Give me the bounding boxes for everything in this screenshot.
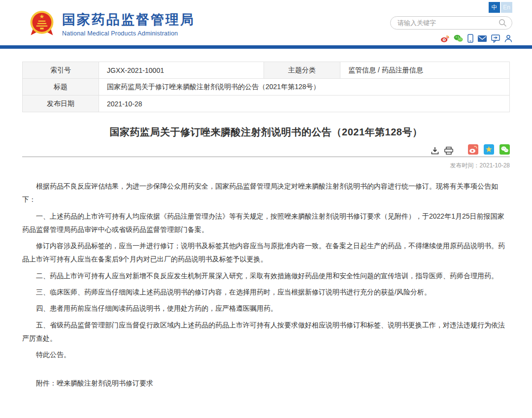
share-wechat-icon[interactable]	[499, 144, 510, 155]
header-branding: 国家药品监督管理局 National Medical Products Admi…	[29, 0, 195, 45]
wechat-icon[interactable]	[454, 34, 463, 42]
meta-label-index: 索引号	[23, 62, 99, 79]
article-toolbar	[22, 145, 510, 156]
article-paragraph: 四、患者用药前应当仔细阅读药品说明书，使用处方药的，应严格遵医嘱用药。	[22, 302, 510, 315]
share-weibo-icon[interactable]	[468, 144, 478, 155]
article-paragraph: 根据药品不良反应评估结果，为进一步保障公众用药安全，国家药品监督管理局决定对唑来…	[22, 180, 510, 207]
mobile-icon[interactable]	[467, 34, 473, 43]
feedback-icon[interactable]	[491, 34, 500, 43]
print-icon[interactable]	[444, 147, 453, 155]
article-title: 国家药监局关于修订唑来膦酸注射剂说明书的公告（2021年第128号）	[22, 126, 510, 139]
org-name-en: National Medical Products Administration	[62, 30, 195, 37]
main-content: 索引号 JGXX-2021-10001 主题分类 监管信息 / 药品注册信息 标…	[0, 62, 532, 418]
header-divider-bar	[0, 45, 532, 49]
article-paragraph: 特此公告。	[22, 348, 510, 361]
lang-zh-button[interactable]: 中	[489, 2, 500, 13]
meta-value-title: 国家药监局关于修订唑来膦酸注射剂说明书的公告（2021年第128号）	[99, 79, 510, 96]
document-meta-table: 索引号 JGXX-2021-10001 主题分类 监管信息 / 药品注册信息 标…	[22, 62, 510, 112]
language-toggle: 中 En	[489, 2, 512, 13]
meta-label-topic: 主题分类	[264, 62, 340, 79]
search-box	[390, 16, 512, 30]
national-emblem-logo	[29, 9, 55, 38]
article-paragraph: 修订内容涉及药品标签的，应当一并进行修订；说明书及标签其他内容应当与原批准内容一…	[22, 239, 510, 266]
page: 国家药品监督管理局 National Medical Products Admi…	[0, 0, 532, 418]
article-paragraph: 三、临床医师、药师应当仔细阅读上述药品说明书的修订内容，在选择用药时，应当根据新…	[22, 286, 510, 299]
attachment-line: 附件：唑来膦酸注射剂说明书修订要求	[22, 377, 510, 390]
user-icon[interactable]	[504, 34, 512, 42]
share-qzone-icon[interactable]	[484, 144, 494, 155]
org-name-cn: 国家药品监督管理局	[62, 11, 195, 29]
table-row: 标题 国家药监局关于修订唑来膦酸注射剂说明书的公告（2021年第128号）	[23, 79, 510, 96]
table-row: 索引号 JGXX-2021-10001 主题分类 监管信息 / 药品注册信息	[23, 62, 510, 79]
publish-time: 发布时间：2021-10-28	[22, 157, 510, 171]
weibo-icon[interactable]	[440, 34, 449, 42]
meta-value-index: JGXX-2021-10001	[99, 62, 264, 79]
meta-label-date: 发布日期	[23, 96, 99, 112]
article-paragraph: 一、上述药品的上市许可持有人均应依据《药品注册管理办法》等有关规定，按照唑来膦酸…	[22, 210, 510, 237]
social-icon-row	[440, 34, 512, 43]
search-input[interactable]	[398, 19, 499, 27]
article-body: 根据药品不良反应评估结果，为进一步保障公众用药安全，国家药品监督管理局决定对唑来…	[22, 180, 510, 418]
article-paragraph: 二、药品上市许可持有人应当对新增不良反应发生机制开展深入研究，采取有效措施做好药…	[22, 269, 510, 283]
meta-value-date: 2021-10-28	[99, 96, 510, 112]
meta-value-topic: 监管信息 / 药品注册信息	[340, 62, 510, 79]
org-names: 国家药品监督管理局 National Medical Products Admi…	[62, 11, 195, 37]
meta-label-title: 标题	[23, 79, 99, 96]
table-row: 发布日期 2021-10-28	[23, 96, 510, 112]
search-icon[interactable]	[499, 19, 507, 27]
article-paragraph: 五、省级药品监督管理部门应当督促行政区域内上述药品的药品上市许可持有人按要求做好…	[22, 319, 510, 346]
mail-icon[interactable]	[478, 35, 487, 42]
download-icon[interactable]	[431, 147, 439, 155]
lang-en-button[interactable]: En	[501, 2, 512, 13]
header-tools: 中 En	[390, 0, 512, 45]
site-header: 国家药品监督管理局 National Medical Products Admi…	[0, 0, 532, 45]
